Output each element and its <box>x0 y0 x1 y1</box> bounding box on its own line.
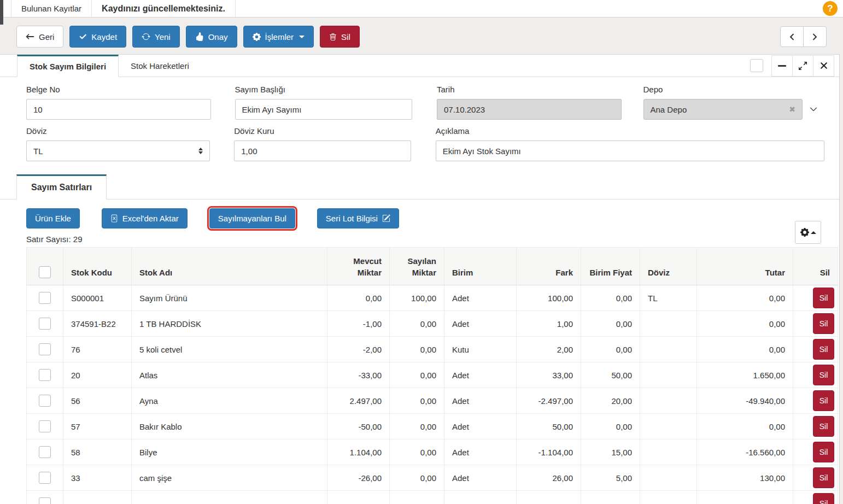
row-checkbox[interactable] <box>39 369 51 381</box>
row-checkbox[interactable] <box>39 420 51 432</box>
row-select-cell <box>27 337 63 362</box>
cell-sayilan-miktar <box>390 491 444 504</box>
header-sil: Sil <box>793 248 838 285</box>
left-edge-panel-sliver <box>0 0 3 25</box>
header-doviz[interactable]: Döviz <box>640 248 697 285</box>
aciklama-input[interactable]: Ekim Ayı Stok Sayımı <box>436 140 824 161</box>
tab-stok-sayim-bilgileri-label: Stok Sayım Bilgileri <box>30 62 106 71</box>
tab-found-records[interactable]: Bulunan Kayıtlar <box>11 0 92 17</box>
row-delete-button[interactable]: Sil <box>813 493 834 504</box>
header-sayilan-miktar[interactable]: Sayılan Miktar <box>390 248 444 285</box>
cell-sil: Sil <box>793 285 838 311</box>
approve-button[interactable]: Onay <box>186 26 237 48</box>
help-icon[interactable]: ? <box>823 1 838 16</box>
minimize-button[interactable] <box>771 55 793 77</box>
cell-birim-fiyat: 50,00 <box>581 362 640 388</box>
back-button[interactable]: Geri <box>16 26 63 48</box>
table-row: Sil <box>27 491 838 504</box>
cell-fark: 1,00 <box>517 311 581 337</box>
table-settings-button[interactable] <box>795 221 821 244</box>
table-row: 57 Bakır Kablo -50,00 0,00 Adet 50,00 0,… <box>27 414 838 439</box>
cell-fark: 33,00 <box>517 362 581 388</box>
tab-stok-sayim-bilgileri[interactable]: Stok Sayım Bilgileri <box>17 55 119 77</box>
delete-record-button[interactable]: Sil <box>320 26 360 48</box>
doviz-select[interactable]: TL <box>26 140 210 161</box>
cell-tutar: 0,00 <box>697 337 793 362</box>
excel-import-button[interactable]: Excel'den Aktar <box>102 208 188 228</box>
field-doviz: Döviz TL <box>26 120 210 161</box>
next-record-button[interactable] <box>803 26 827 47</box>
cell-mevcut-miktar: -50,00 <box>327 414 390 439</box>
field-tarih: Tarih 07.10.2023 <box>437 78 622 120</box>
maximize-button[interactable] <box>792 55 813 77</box>
row-delete-button[interactable]: Sil <box>813 365 834 385</box>
row-checkbox[interactable] <box>39 497 51 504</box>
field-sayim-basligi: Sayım Başlığı Ekim Ayı Sayımı <box>235 78 413 120</box>
stock-count-panel: Stok Sayım Bilgileri Stok Hareketleri <box>0 54 840 504</box>
header-birim-fiyat[interactable]: Birim Fiyat <box>581 248 640 285</box>
row-checkbox[interactable] <box>39 472 51 484</box>
row-delete-button[interactable]: Sil <box>813 288 834 308</box>
cell-sil: Sil <box>793 491 838 504</box>
row-delete-button[interactable]: Sil <box>813 442 834 462</box>
cell-sayilan-miktar: 0,00 <box>390 465 444 491</box>
pencil-square-icon <box>382 214 390 222</box>
cell-stok-kodu: 374591-B22 <box>63 311 132 337</box>
header-fark[interactable]: Fark <box>517 248 581 285</box>
cell-stok-kodu: 58 <box>63 439 132 465</box>
row-delete-button[interactable]: Sil <box>813 339 834 360</box>
depo-select-value: Ana Depo <box>651 105 687 114</box>
cell-birim-fiyat: 15,00 <box>581 439 640 465</box>
field-belge-no: Belge No 10 <box>26 78 211 120</box>
header-stok-kodu[interactable]: Stok Kodu <box>63 248 132 285</box>
row-delete-button[interactable]: Sil <box>813 416 834 437</box>
depo-clear-icon[interactable]: ✖ <box>789 105 795 114</box>
header-tutar[interactable]: Tutar <box>697 248 793 285</box>
previous-record-button[interactable] <box>780 26 804 47</box>
tarih-input[interactable]: 07.10.2023 <box>437 99 622 120</box>
header-stok-adi[interactable]: Stok Adı <box>132 248 327 285</box>
serial-lot-button[interactable]: Seri Lot Bilgisi <box>317 208 399 228</box>
tab-sayim-satirlari[interactable]: Sayım Satırları <box>16 174 107 200</box>
stepper-arrows-icon <box>198 148 203 154</box>
lines-table-wrap: Stok Kodu Stok Adı Mevcut Miktar Sayılan… <box>0 244 839 504</box>
cell-tutar: 130,00 <box>697 465 793 491</box>
tab-updating-record[interactable]: Kaydınızı güncellemektesiniz. <box>92 0 236 17</box>
row-checkbox[interactable] <box>39 343 51 355</box>
row-delete-button[interactable]: Sil <box>813 390 834 411</box>
table-row: S000001 Sayım Ürünü 0,00 100,00 Adet 100… <box>27 285 838 311</box>
actions-dropdown-button[interactable]: İşlemler <box>243 26 314 48</box>
cell-mevcut-miktar: -26,00 <box>327 465 390 491</box>
cell-birim: Adet <box>444 362 517 388</box>
row-checkbox[interactable] <box>39 292 51 304</box>
cell-sil: Sil <box>793 439 838 465</box>
tab-stok-hareketleri[interactable]: Stok Hareketleri <box>119 55 201 77</box>
header-mevcut-miktar[interactable]: Mevcut Miktar <box>327 248 390 285</box>
row-delete-button[interactable]: Sil <box>813 467 834 488</box>
new-button[interactable]: Yeni <box>132 26 180 48</box>
cell-sil: Sil <box>793 337 838 362</box>
row-checkbox[interactable] <box>39 395 51 407</box>
cell-mevcut-miktar: -33,00 <box>327 362 390 388</box>
cell-stok-adi: Atlas <box>132 362 327 388</box>
row-delete-button[interactable]: Sil <box>813 313 834 334</box>
header-birim[interactable]: Birim <box>444 248 517 285</box>
depo-select[interactable]: Ana Depo ✖ <box>643 99 803 120</box>
row-checkbox[interactable] <box>39 446 51 458</box>
cell-doviz <box>640 439 697 465</box>
doviz-label: Döviz <box>26 126 210 136</box>
select-all-checkbox[interactable] <box>39 266 51 278</box>
cell-birim: Adet <box>444 439 517 465</box>
find-uncounted-button[interactable]: Sayılmayanları Bul <box>209 208 295 228</box>
doviz-kuru-input[interactable]: 1,00 <box>234 140 411 161</box>
row-checkbox[interactable] <box>39 318 51 330</box>
depo-dropdown-button[interactable] <box>803 99 824 120</box>
serial-lot-button-label: Seri Lot Bilgisi <box>326 214 378 223</box>
cell-tutar: -16.560,00 <box>697 439 793 465</box>
save-button[interactable]: Kaydet <box>69 26 126 48</box>
sayim-basligi-input[interactable]: Ekim Ayı Sayımı <box>235 99 413 120</box>
belge-no-input[interactable]: 10 <box>26 99 211 120</box>
lines-table: Stok Kodu Stok Adı Mevcut Miktar Sayılan… <box>26 247 838 504</box>
close-button[interactable] <box>813 55 834 77</box>
panel-checkbox[interactable] <box>750 59 763 72</box>
